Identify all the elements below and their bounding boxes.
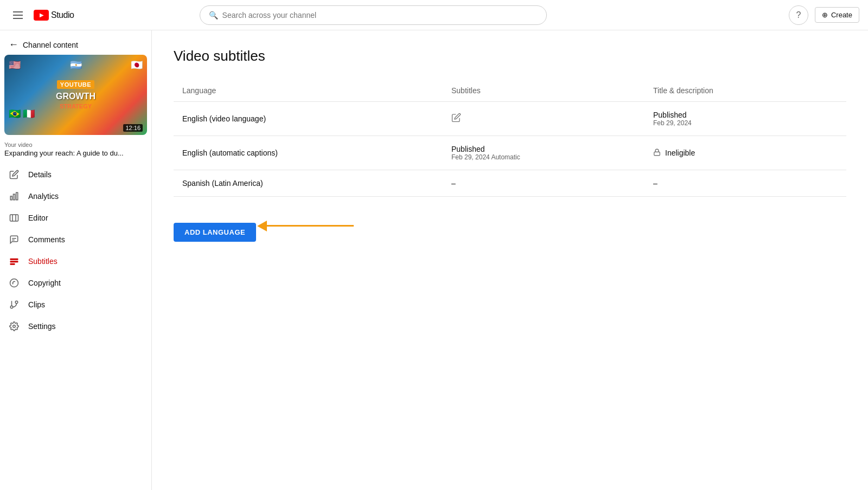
flag-it: 🇮🇹 — [23, 108, 35, 120]
svg-rect-16 — [654, 152, 660, 155]
col-language: Language — [174, 82, 443, 102]
create-plus-icon: ⊕ — [822, 11, 828, 19]
hamburger-menu[interactable] — [9, 7, 27, 23]
svg-point-13 — [15, 301, 18, 304]
logo[interactable]: Studio — [34, 10, 74, 21]
header: Studio 🔍 ? ⊕ Create — [0, 0, 868, 30]
add-language-button[interactable]: ADD LANGUAGE — [174, 223, 256, 242]
svg-rect-1 — [14, 194, 15, 200]
row3-title-dash: – — [653, 179, 658, 188]
copyright-icon — [9, 278, 20, 288]
svg-rect-9 — [10, 261, 18, 262]
row2-language: English (automatic captions) — [174, 136, 443, 170]
sidebar-item-analytics[interactable]: Analytics — [0, 185, 151, 207]
edit-subtitles-icon[interactable] — [451, 114, 461, 125]
row2-subtitles: Published Feb 29, 2024 Automatic — [443, 136, 644, 170]
settings-label: Settings — [28, 322, 56, 331]
search-bar: 🔍 — [200, 5, 547, 25]
editor-icon — [9, 212, 20, 223]
create-button[interactable]: ⊕ Create — [815, 7, 859, 23]
row3-language: Spanish (Latin America) — [174, 170, 443, 197]
svg-point-14 — [10, 306, 13, 308]
col-title-description: Title & description — [644, 82, 846, 102]
video-name: Expanding your reach: A guide to du... — [4, 149, 147, 157]
row3-sub-dash: – — [451, 179, 456, 188]
sidebar-item-copyright[interactable]: Copyright — [0, 272, 151, 294]
flag-br: 🇧🇷 — [9, 108, 21, 120]
editor-label: Editor — [28, 214, 48, 222]
youtube-logo-icon — [34, 10, 49, 21]
channel-header[interactable]: ← Channel content — [0, 30, 151, 55]
analytics-icon — [9, 191, 20, 202]
content-area: Video subtitles Language Subtitles Title… — [152, 30, 868, 490]
sidebar-item-editor[interactable]: Editor — [0, 207, 151, 229]
sidebar-item-clips[interactable]: Clips — [0, 294, 151, 315]
add-language-section: ADD LANGUAGE — [174, 210, 846, 242]
row1-title: Published Feb 29, 2024 — [644, 102, 846, 136]
row2-sub-status: Published — [451, 145, 636, 153]
row1-title-date: Feb 29, 2024 — [653, 119, 838, 127]
create-label: Create — [831, 11, 852, 19]
details-icon — [9, 169, 20, 180]
subtitles-label: Subtitles — [28, 257, 58, 266]
video-thumbnail[interactable]: 🇺🇸 🇦🇷 🇯🇵 YOUTUBE GROWTH STRATEGY 🇧🇷 🇮🇹 1… — [4, 55, 147, 135]
video-label: Your video — [4, 141, 147, 148]
clips-icon — [9, 299, 20, 310]
back-arrow-icon: ← — [9, 39, 18, 50]
ineligible-wrap: Ineligible — [653, 149, 838, 158]
comments-icon — [9, 234, 20, 245]
video-duration: 12:16 — [123, 124, 143, 132]
row3-subtitles: – — [443, 170, 644, 197]
col-subtitles: Subtitles — [443, 82, 644, 102]
table-row: English (video language) Published Feb 2… — [174, 102, 846, 136]
video-thumbnail-wrap: 🇺🇸 🇦🇷 🇯🇵 YOUTUBE GROWTH STRATEGY 🇧🇷 🇮🇹 1… — [0, 55, 151, 141]
settings-icon — [9, 321, 20, 332]
svg-rect-3 — [10, 215, 18, 221]
row1-title-status: Published — [653, 111, 838, 119]
copyright-label: Copyright — [28, 279, 61, 287]
ineligible-text: Ineligible — [665, 149, 695, 157]
svg-rect-10 — [10, 263, 15, 265]
page-title: Video subtitles — [174, 48, 846, 65]
subtitles-icon — [9, 256, 20, 267]
arrow-head — [257, 221, 267, 231]
search-input[interactable] — [222, 11, 538, 20]
analytics-label: Analytics — [28, 192, 59, 201]
table-row: English (automatic captions) Published F… — [174, 136, 846, 170]
help-button[interactable]: ? — [789, 5, 808, 25]
subtitles-table: Language Subtitles Title & description E… — [174, 82, 846, 197]
row3-title: – — [644, 170, 846, 197]
flags-bottom: 🇧🇷 🇮🇹 — [9, 108, 35, 120]
sidebar-item-comments[interactable]: Comments — [0, 229, 151, 250]
thumbnail-overlay: YOUTUBE GROWTH STRATEGY — [4, 55, 147, 135]
sidebar-item-subtitles[interactable]: Subtitles — [0, 250, 151, 272]
search-icon: 🔍 — [209, 11, 218, 20]
row2-title: Ineligible — [644, 136, 846, 170]
header-left: Studio — [9, 7, 74, 23]
details-label: Details — [28, 170, 52, 179]
svg-rect-2 — [16, 192, 18, 200]
main-layout: ← Channel content 🇺🇸 🇦🇷 🇯🇵 YOUTUBE GROWT… — [0, 30, 868, 490]
channel-title: Channel content — [23, 41, 78, 49]
comments-label: Comments — [28, 235, 65, 244]
svg-point-15 — [13, 325, 16, 328]
thumbnail-sub: STRATEGY — [60, 103, 92, 109]
clips-label: Clips — [28, 300, 45, 309]
row1-language: English (video language) — [174, 102, 443, 136]
table-row: Spanish (Latin America) – – — [174, 170, 846, 197]
sidebar-item-settings[interactable]: Settings — [0, 315, 151, 337]
svg-rect-8 — [10, 259, 18, 260]
thumbnail-badge: YOUTUBE — [57, 80, 94, 89]
header-right: ? ⊕ Create — [789, 5, 859, 25]
svg-point-11 — [10, 279, 18, 287]
svg-rect-0 — [10, 196, 12, 200]
video-info: Your video Expanding your reach: A guide… — [0, 141, 151, 164]
thumbnail-title: GROWTH — [56, 91, 95, 101]
table-header: Language Subtitles Title & description — [174, 82, 846, 102]
arrow-line — [267, 225, 354, 227]
logo-text: Studio — [51, 10, 74, 20]
sidebar-item-details[interactable]: Details — [0, 164, 151, 185]
row1-subtitles — [443, 102, 644, 136]
lock-icon — [653, 149, 661, 158]
table-header-row: Language Subtitles Title & description — [174, 82, 846, 102]
